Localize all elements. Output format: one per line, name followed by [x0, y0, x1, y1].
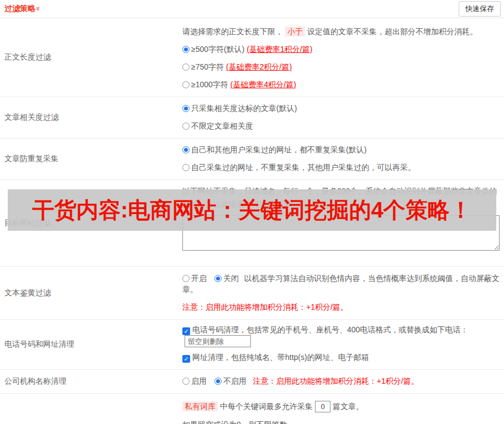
radio-unchecked-icon[interactable] — [182, 81, 190, 88]
dedupe-option-own[interactable]: 自己采集过的网址，不重复采集，其他用户采集过的，可以再采。 — [182, 162, 500, 173]
page-title[interactable]: 过滤策略» — [4, 4, 40, 14]
company-option-on[interactable]: 启用 — [182, 377, 207, 385]
porn-filter-options: 开启 关闭 以机器学习算法自动识别色情内容，当色情概率达到系统阈值，自动屏蔽文章… — [182, 273, 500, 295]
filter-strategy-page: 过滤策略» 快速保存 正文长度过滤 请选择需求的正文长度下限，小于设定值的文章不… — [0, 0, 504, 424]
keyword-limit-input[interactable] — [315, 401, 330, 412]
relevance-option-strict[interactable]: 只采集相关度达标的文章(默认) — [182, 103, 500, 114]
length-option-1000[interactable]: ≥1000字符(基础费率4积分/篇) — [182, 79, 500, 90]
relevance-option-any[interactable]: 不限定文章相关度 — [182, 120, 500, 131]
content-length-intro: 请选择需求的正文长度下限，小于设定值的文章不采集，超出部分不增加积分消耗。 — [182, 26, 500, 37]
watermark-text: 干货内容:电商网站：关键词挖掘的4个策略！ — [32, 195, 472, 225]
dedupe-option-global[interactable]: 自己和其他用户采集过的网址，都不重复采集(默认) — [182, 144, 500, 155]
radio-checked-icon[interactable] — [182, 146, 190, 153]
radio-checked-icon[interactable] — [182, 105, 190, 112]
porn-option-on[interactable]: 开启 — [182, 274, 207, 283]
phone-url-label: 电话号码和网址清理 — [0, 320, 182, 369]
keyword-limit-line: 私有词库中每个关键词最多允许采集篇文章。 — [182, 401, 500, 412]
relevance-label: 文章相关度过滤 — [0, 97, 182, 138]
length-option-500[interactable]: ≥500字符(默认)(基础费率1积分/篇) — [182, 44, 500, 55]
page-header: 过滤策略» 快速保存 — [0, 0, 504, 18]
keyword-dedupe-label: 关键词防重复采集 — [0, 394, 182, 424]
company-cleanup-options: 启用 不启用 注意：启用此功能将增加积分消耗：+1积分/篇。 — [182, 377, 419, 386]
row-company-cleanup: 公司机构名称清理 启用 不启用 注意：启用此功能将增加积分消耗：+1积分/篇。 — [0, 370, 504, 394]
length-option-750[interactable]: ≥750字符(基础费率2积分/篇) — [182, 61, 500, 72]
private-lexicon-highlight: 私有词库 — [182, 401, 218, 411]
radio-unchecked-icon[interactable] — [182, 275, 190, 282]
dedupe-label: 文章防重复采集 — [0, 139, 182, 179]
company-cleanup-note: 注意：启用此功能将增加积分消耗：+1积分/篇。 — [253, 377, 419, 385]
row-relevance-filter: 文章相关度过滤 只采集相关度达标的文章(默认) 不限定文章相关度 — [0, 97, 504, 139]
url-cleanup-option[interactable]: 网址清理，包括纯域名、带http(s)的网址、电子邮箱 — [182, 352, 500, 363]
radio-unchecked-icon[interactable] — [182, 164, 190, 171]
row-article-dedupe: 文章防重复采集 自己和其他用户采集过的网址，都不重复采集(默认) 自己采集过的网… — [0, 139, 504, 180]
porn-filter-label: 文本鉴黄过滤 — [0, 267, 182, 319]
keyword-note-zero: 如果留空或设为0，则不限篇数。 — [182, 419, 500, 424]
fee-note: (基础费率2积分/篇) — [226, 62, 292, 71]
radio-unchecked-icon[interactable] — [182, 63, 190, 71]
company-cleanup-label: 公司机构名称清理 — [0, 370, 182, 393]
fee-note: (基础费率4积分/篇) — [230, 80, 296, 89]
checkbox-checked-icon[interactable] — [182, 327, 190, 335]
company-option-off[interactable]: 不启用 — [214, 377, 246, 385]
radio-unchecked-icon[interactable] — [182, 378, 190, 385]
lessthan-highlight: 小于 — [285, 26, 305, 36]
row-keyword-dedupe: 关键词防重复采集 私有词库中每个关键词最多允许采集篇文章。 如果留空或设为0，则… — [0, 394, 504, 424]
chevron-down-icon: » — [34, 7, 43, 10]
row-content-length-filter: 正文长度过滤 请选择需求的正文长度下限，小于设定值的文章不采集，超出部分不增加积… — [0, 18, 504, 97]
watermark-banner: 干货内容:电商网站：关键词挖掘的4个策略！ — [8, 189, 496, 231]
radio-checked-icon[interactable] — [182, 46, 190, 53]
row-phone-url-cleanup: 电话号码和网址清理 电话号码清理，包括常见的手机号、座机号、400电话格式，或替… — [0, 320, 504, 370]
checkbox-checked-icon[interactable] — [182, 355, 190, 363]
quick-save-button[interactable]: 快速保存 — [459, 1, 501, 17]
radio-unchecked-icon[interactable] — [182, 123, 190, 130]
replacement-phone-input[interactable] — [185, 335, 251, 347]
porn-filter-note: 注意：启用此功能将增加积分消耗：+1积分/篇。 — [182, 301, 500, 312]
content-length-label: 正文长度过滤 — [0, 18, 182, 97]
radio-checked-icon[interactable] — [214, 275, 222, 282]
row-porn-filter: 文本鉴黄过滤 开启 关闭 以机器学习算法自动识别色情内容，当色情概率达到系统阈值… — [0, 267, 504, 320]
fee-note: (基础费率1积分/篇) — [246, 45, 312, 54]
phone-cleanup-option[interactable]: 电话号码清理，包括常见的手机号、座机号、400电话格式，或替换成如下电话： — [182, 324, 500, 347]
page-title-label: 过滤策略 — [4, 4, 35, 13]
porn-option-off[interactable]: 关闭 — [214, 274, 239, 283]
radio-checked-icon[interactable] — [214, 378, 222, 385]
